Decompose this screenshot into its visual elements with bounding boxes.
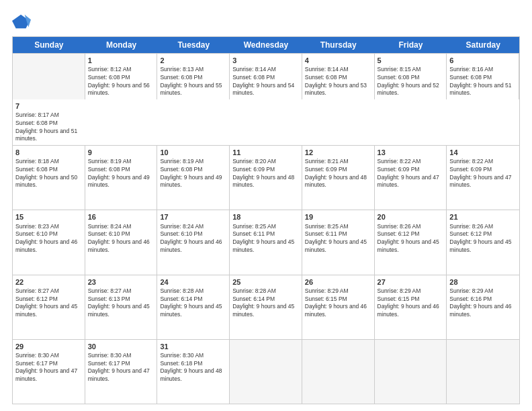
day-number: 8 xyxy=(15,148,82,157)
cell-content: Sunrise: 8:29 AMSunset: 6:16 PMDaylight:… xyxy=(449,287,511,318)
header-day: Friday xyxy=(375,37,447,53)
day-number: 27 xyxy=(378,277,444,287)
calendar-cell-empty xyxy=(13,54,85,99)
calendar-cell: 11Sunrise: 8:20 AMSunset: 6:09 PMDayligh… xyxy=(230,146,302,210)
cell-content: Sunrise: 8:25 AMSunset: 6:11 PMDaylight:… xyxy=(232,223,294,253)
day-number: 16 xyxy=(88,212,154,222)
calendar-cell: 3Sunrise: 8:14 AMSunset: 6:08 PMDaylight… xyxy=(230,54,302,99)
calendar-row: 8Sunrise: 8:18 AMSunset: 6:08 PMDaylight… xyxy=(13,145,519,210)
cell-content: Sunrise: 8:23 AMSunset: 6:10 PMDaylight:… xyxy=(15,223,77,253)
cell-content: Sunrise: 8:17 AMSunset: 6:08 PMDaylight:… xyxy=(15,111,77,142)
cell-content: Sunrise: 8:30 AMSunset: 6:17 PMDaylight:… xyxy=(88,352,150,382)
calendar-cell: 2Sunrise: 8:13 AMSunset: 6:08 PMDaylight… xyxy=(157,54,230,99)
calendar-cell xyxy=(375,340,447,404)
calendar-cell: 7Sunrise: 8:17 AMSunset: 6:08 PMDaylight… xyxy=(13,99,85,145)
cell-content: Sunrise: 8:14 AMSunset: 6:08 PMDaylight:… xyxy=(305,66,367,96)
calendar-cell: 28Sunrise: 8:29 AMSunset: 6:16 PMDayligh… xyxy=(447,275,519,339)
day-number: 31 xyxy=(160,342,226,351)
cell-content: Sunrise: 8:27 AMSunset: 6:13 PMDaylight:… xyxy=(88,287,150,318)
header-day: Saturday xyxy=(447,37,519,53)
calendar-cell: 15Sunrise: 8:23 AMSunset: 6:10 PMDayligh… xyxy=(13,210,85,274)
cell-content: Sunrise: 8:26 AMSunset: 6:12 PMDaylight:… xyxy=(449,223,511,253)
calendar-cell: 17Sunrise: 8:24 AMSunset: 6:10 PMDayligh… xyxy=(157,210,230,274)
day-number: 23 xyxy=(88,277,154,287)
cell-content: Sunrise: 8:30 AMSunset: 6:18 PMDaylight:… xyxy=(160,352,222,382)
day-number: 9 xyxy=(88,148,154,157)
day-number: 2 xyxy=(160,56,226,65)
calendar-cell: 22Sunrise: 8:27 AMSunset: 6:12 PMDayligh… xyxy=(13,275,85,339)
calendar-cell: 29Sunrise: 8:30 AMSunset: 6:17 PMDayligh… xyxy=(13,340,85,404)
day-number: 11 xyxy=(232,148,299,157)
calendar-cell xyxy=(447,340,519,404)
calendar-cell: 23Sunrise: 8:27 AMSunset: 6:13 PMDayligh… xyxy=(85,275,158,339)
calendar-cell: 31Sunrise: 8:30 AMSunset: 6:18 PMDayligh… xyxy=(157,340,230,404)
calendar-cell: 26Sunrise: 8:29 AMSunset: 6:15 PMDayligh… xyxy=(302,275,375,339)
calendar: SundayMondayTuesdayWednesdayThursdayFrid… xyxy=(12,36,520,404)
day-number: 13 xyxy=(378,148,444,157)
cell-content: Sunrise: 8:19 AMSunset: 6:08 PMDaylight:… xyxy=(160,158,222,188)
day-number: 24 xyxy=(160,277,226,287)
header-day: Wednesday xyxy=(230,37,302,53)
calendar-row: 15Sunrise: 8:23 AMSunset: 6:10 PMDayligh… xyxy=(13,210,519,274)
day-number: 15 xyxy=(15,212,82,222)
calendar-cell: 1Sunrise: 8:12 AMSunset: 6:08 PMDaylight… xyxy=(85,54,158,99)
calendar-cell: 21Sunrise: 8:26 AMSunset: 6:12 PMDayligh… xyxy=(447,210,519,274)
cell-content: Sunrise: 8:26 AMSunset: 6:12 PMDaylight:… xyxy=(378,223,439,253)
calendar-cell: 4Sunrise: 8:14 AMSunset: 6:08 PMDaylight… xyxy=(302,54,375,99)
day-number: 3 xyxy=(232,56,299,65)
day-number: 6 xyxy=(449,56,516,65)
day-number: 5 xyxy=(378,56,444,65)
day-number: 7 xyxy=(15,101,83,111)
calendar-cell: 9Sunrise: 8:19 AMSunset: 6:08 PMDaylight… xyxy=(85,146,158,210)
calendar-cell xyxy=(302,340,375,404)
cell-content: Sunrise: 8:27 AMSunset: 6:12 PMDaylight:… xyxy=(15,287,77,318)
calendar-cell: 6Sunrise: 8:16 AMSunset: 6:08 PMDaylight… xyxy=(447,54,519,99)
cell-content: Sunrise: 8:29 AMSunset: 6:15 PMDaylight:… xyxy=(378,287,439,318)
day-number: 1 xyxy=(88,56,154,65)
calendar-cell: 19Sunrise: 8:25 AMSunset: 6:11 PMDayligh… xyxy=(302,210,375,274)
calendar-row: 29Sunrise: 8:30 AMSunset: 6:17 PMDayligh… xyxy=(13,339,519,404)
day-number: 30 xyxy=(88,342,154,351)
calendar-body: 1Sunrise: 8:12 AMSunset: 6:08 PMDaylight… xyxy=(13,53,519,404)
header xyxy=(12,12,520,31)
calendar-cell: 16Sunrise: 8:24 AMSunset: 6:10 PMDayligh… xyxy=(85,210,158,274)
calendar-cell: 8Sunrise: 8:18 AMSunset: 6:08 PMDaylight… xyxy=(13,146,85,210)
calendar-cell: 5Sunrise: 8:15 AMSunset: 6:08 PMDaylight… xyxy=(375,54,447,99)
cell-content: Sunrise: 8:15 AMSunset: 6:08 PMDaylight:… xyxy=(378,66,439,96)
day-number: 14 xyxy=(449,148,517,157)
cell-content: Sunrise: 8:25 AMSunset: 6:11 PMDaylight:… xyxy=(305,223,367,253)
calendar-cell: 30Sunrise: 8:30 AMSunset: 6:17 PMDayligh… xyxy=(85,340,158,404)
cell-content: Sunrise: 8:20 AMSunset: 6:09 PMDaylight:… xyxy=(232,158,294,188)
cell-content: Sunrise: 8:12 AMSunset: 6:08 PMDaylight:… xyxy=(88,66,150,96)
page: SundayMondayTuesdayWednesdayThursdayFrid… xyxy=(0,0,532,411)
day-number: 18 xyxy=(232,212,299,222)
day-number: 28 xyxy=(449,277,517,287)
logo-icon xyxy=(12,12,31,31)
day-number: 10 xyxy=(160,148,226,157)
calendar-cell: 25Sunrise: 8:28 AMSunset: 6:14 PMDayligh… xyxy=(230,275,302,339)
calendar-cell: 13Sunrise: 8:22 AMSunset: 6:09 PMDayligh… xyxy=(375,146,447,210)
cell-content: Sunrise: 8:18 AMSunset: 6:08 PMDaylight:… xyxy=(15,158,77,188)
day-number: 29 xyxy=(15,342,82,351)
cell-content: Sunrise: 8:28 AMSunset: 6:14 PMDaylight:… xyxy=(160,287,222,318)
cell-content: Sunrise: 8:16 AMSunset: 6:08 PMDaylight:… xyxy=(449,66,511,96)
cell-content: Sunrise: 8:30 AMSunset: 6:17 PMDaylight:… xyxy=(15,352,77,382)
day-number: 4 xyxy=(305,56,371,65)
calendar-cell: 24Sunrise: 8:28 AMSunset: 6:14 PMDayligh… xyxy=(157,275,230,339)
cell-content: Sunrise: 8:24 AMSunset: 6:10 PMDaylight:… xyxy=(88,223,150,253)
calendar-row: 1Sunrise: 8:12 AMSunset: 6:08 PMDaylight… xyxy=(13,53,519,145)
calendar-cell: 10Sunrise: 8:19 AMSunset: 6:08 PMDayligh… xyxy=(157,146,230,210)
calendar-cell: 20Sunrise: 8:26 AMSunset: 6:12 PMDayligh… xyxy=(375,210,447,274)
cell-content: Sunrise: 8:14 AMSunset: 6:08 PMDaylight:… xyxy=(232,66,294,96)
cell-content: Sunrise: 8:21 AMSunset: 6:09 PMDaylight:… xyxy=(305,158,367,188)
day-number: 22 xyxy=(15,277,82,287)
cell-content: Sunrise: 8:19 AMSunset: 6:08 PMDaylight:… xyxy=(88,158,150,188)
calendar-cell: 27Sunrise: 8:29 AMSunset: 6:15 PMDayligh… xyxy=(375,275,447,339)
calendar-header: SundayMondayTuesdayWednesdayThursdayFrid… xyxy=(13,37,519,53)
cell-content: Sunrise: 8:28 AMSunset: 6:14 PMDaylight:… xyxy=(232,287,294,318)
header-day: Sunday xyxy=(13,37,85,53)
calendar-cell: 14Sunrise: 8:22 AMSunset: 6:09 PMDayligh… xyxy=(447,146,519,210)
cell-content: Sunrise: 8:24 AMSunset: 6:10 PMDaylight:… xyxy=(160,223,222,253)
header-day: Tuesday xyxy=(157,37,230,53)
day-number: 25 xyxy=(232,277,299,287)
